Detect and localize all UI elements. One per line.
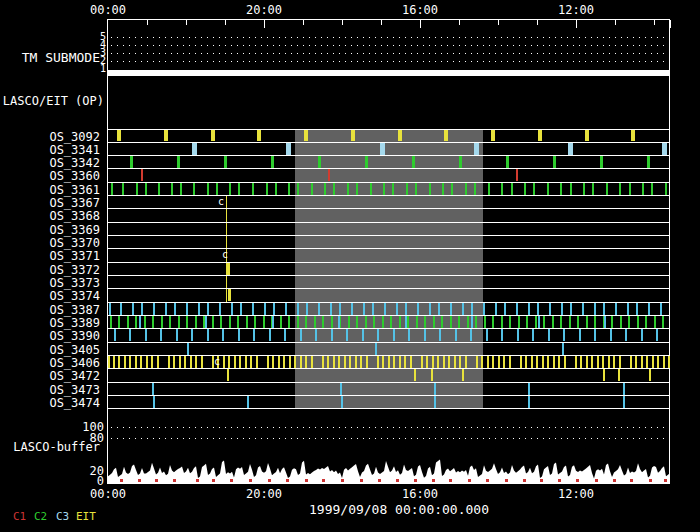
event-tick: [382, 356, 384, 368]
row-label: OS_3374: [0, 289, 100, 303]
event-tick: [297, 303, 299, 315]
event-tick: [304, 130, 308, 142]
event-tick: [271, 156, 274, 168]
buffer-red-dot: [468, 479, 471, 482]
event-tick: [415, 183, 417, 195]
event-tick: [594, 329, 596, 341]
legend-item-c1: C1: [13, 511, 26, 523]
event-tick: [491, 130, 495, 142]
event-tick: [414, 369, 416, 381]
event-tick: [404, 356, 406, 368]
event-tick: [603, 303, 605, 315]
event-tick: [250, 356, 252, 368]
event-tick: [351, 130, 355, 142]
event-tick: [429, 303, 431, 315]
event-tick: [164, 130, 168, 142]
event-tick: [331, 329, 333, 341]
row-label: OS_3092: [0, 130, 100, 144]
hour-tick: [498, 20, 499, 25]
event-tick: [558, 356, 560, 368]
event-tick: [362, 329, 364, 341]
event-tick: [470, 329, 472, 341]
row-separator: [107, 129, 670, 130]
event-tick: [179, 356, 181, 368]
event-tick: [450, 316, 452, 328]
event-tick: [629, 183, 631, 195]
event-tick: [253, 329, 255, 341]
plot-dynamic-layer: 00:0020:0016:0012:0000:0020:0016:0012:00…: [0, 0, 700, 532]
event-tick: [190, 356, 192, 368]
event-tick: [314, 316, 316, 328]
event-tick: [285, 303, 287, 315]
event-tick: [462, 303, 464, 315]
event-tick: [586, 356, 588, 368]
event-tick: [180, 183, 182, 195]
row-label: OS_3472: [0, 369, 100, 383]
event-tick: [205, 316, 207, 328]
event-tick: [660, 303, 662, 315]
event-tick: [366, 356, 368, 368]
event-tick: [192, 143, 197, 155]
row-separator: [107, 222, 670, 223]
event-tick: [535, 316, 537, 328]
event-tick: [333, 356, 335, 368]
event-tick: [393, 356, 395, 368]
event-tick: [424, 316, 426, 328]
event-tick: [488, 183, 490, 195]
time-label-top: 16:00: [402, 3, 438, 17]
event-tick: [518, 316, 520, 328]
event-tick: [135, 316, 137, 328]
buffer-red-dot: [449, 479, 452, 482]
event-tick: [238, 183, 240, 195]
event-tick: [211, 130, 215, 142]
event-tick: [245, 356, 247, 368]
row-separator: [107, 208, 670, 209]
hour-tick: [186, 20, 187, 25]
event-tick: [586, 316, 588, 328]
event-tick: [153, 396, 155, 408]
event-tick: [177, 156, 180, 168]
buffer-red-dot: [322, 479, 325, 482]
event-tick: [266, 183, 268, 195]
event-tick: [405, 316, 407, 328]
event-tick: [451, 183, 453, 195]
continue-annotation: c: [214, 357, 220, 367]
event-tick: [416, 316, 418, 328]
event-tick: [575, 356, 577, 368]
event-tick: [355, 356, 357, 368]
event-tick: [648, 303, 650, 315]
hour-tick: [303, 20, 304, 25]
row-label: OS_3372: [0, 263, 100, 277]
event-tick: [475, 316, 477, 328]
event-tick: [370, 183, 372, 195]
buffer-usage-area: [108, 423, 670, 483]
event-tick: [284, 329, 286, 341]
event-tick: [252, 183, 254, 195]
time-label-bottom: 16:00: [402, 487, 438, 501]
row-label: OS_3371: [0, 249, 100, 263]
event-tick: [383, 183, 385, 195]
hour-tick: [615, 20, 616, 25]
event-tick: [228, 289, 231, 301]
event-tick: [668, 356, 670, 368]
event-tick: [228, 356, 230, 368]
event-tick: [132, 303, 134, 315]
event-tick: [663, 356, 665, 368]
event-tick: [431, 369, 433, 381]
event-tick: [437, 356, 439, 368]
event-tick: [509, 316, 511, 328]
event-tick: [224, 156, 227, 168]
hour-tick: [342, 20, 343, 25]
event-tick: [398, 130, 402, 142]
event-tick: [594, 316, 596, 328]
row-separator: [107, 368, 670, 369]
event-tick: [562, 343, 564, 355]
event-tick: [553, 156, 556, 168]
event-tick: [351, 303, 353, 315]
buffer-red-dot: [268, 479, 271, 482]
event-tick: [570, 303, 572, 315]
event-tick: [563, 329, 565, 341]
event-tick: [528, 396, 530, 408]
buffer-ytick-label: 80: [60, 432, 104, 444]
event-tick: [503, 356, 505, 368]
